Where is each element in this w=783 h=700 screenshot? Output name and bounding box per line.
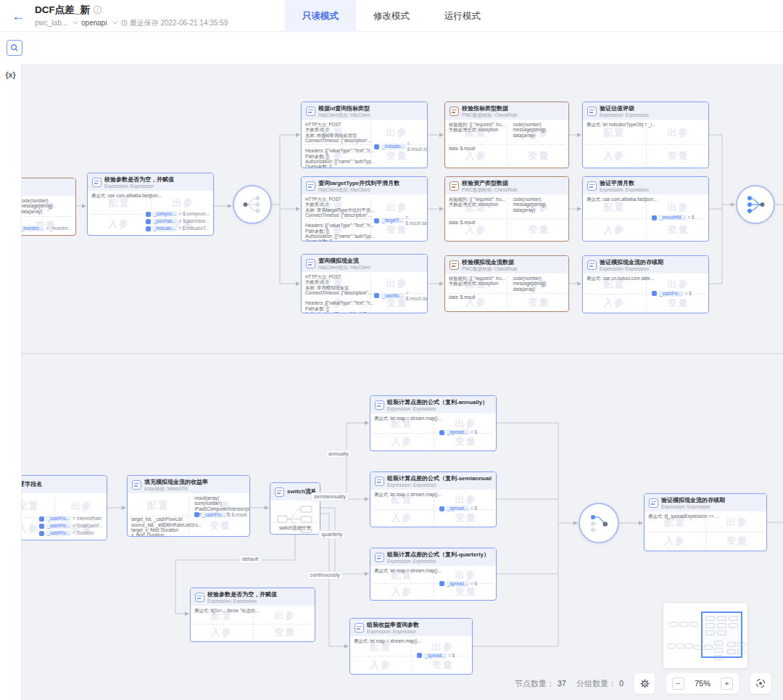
- variable-icon: [194, 512, 199, 517]
- breadcrumb: pwc_lab... openapi 最近保存 2022-06-21 14:35…: [35, 18, 228, 28]
- watermark-variable: 变量: [726, 535, 748, 548]
- tab-只读模式[interactable]: 只读模式: [285, 0, 356, 32]
- service-select[interactable]: openapi: [81, 19, 107, 27]
- watermark-input: 入参: [391, 435, 413, 448]
- info-icon: i: [94, 6, 102, 14]
- node-tlines: 表达式: use com.alibaba.fastjson...: [587, 197, 657, 202]
- node-title: 组装收益率查询参数: [367, 622, 419, 629]
- node-title: 校验资产类型数据: [462, 180, 518, 187]
- watermark-output: 出参: [274, 609, 296, 622]
- gateway-split-upper[interactable]: [233, 185, 272, 224]
- flow-node-check-investment-data[interactable]: 配置出参入参变量code(number)message(string)data(…: [22, 178, 76, 236]
- variable-chip: _smoothM...= $: [652, 215, 695, 221]
- switch-node-icon: [275, 487, 284, 497]
- minimap[interactable]: [663, 602, 748, 669]
- node-title: 校验指标类型数据: [462, 105, 518, 112]
- variables-panel-icon[interactable]: {x}: [5, 70, 15, 79]
- zoom-in-button[interactable]: +: [721, 678, 733, 690]
- flow-node-http-query-target-type[interactable]: 查询targetType并找到平滑月数httpClient类别: httpCli…: [301, 176, 428, 242]
- split-gateway-icon: [239, 191, 266, 218]
- join-one-gateway-icon: [585, 509, 613, 537]
- watermark-output: 出参: [455, 569, 476, 582]
- watermark-output: 出参: [432, 641, 454, 654]
- variable-chip: _indicato...= $.indicatorT...: [146, 226, 210, 231]
- node-title: 校验模拟现金流数据: [462, 259, 518, 266]
- minimap-node: [668, 643, 676, 648]
- flow-node-fill-cashflow-yield[interactable]: 填充模拟现金流的收益率scipy插值: Interp1Pd 配置出参入参变量ta…: [127, 475, 250, 537]
- gateway-join-lower[interactable]: [579, 503, 619, 543]
- variable-chip: _cashFlo...= Duration: [39, 530, 94, 536]
- settings-button[interactable]: [634, 672, 655, 694]
- minimap-node: [685, 643, 693, 648]
- node-blines: data: $.result: [449, 146, 475, 151]
- output-mappings: _indicato...= $.result.data: [370, 141, 428, 152]
- flow-node-switch-branch[interactable]: switch流程分支 switch流程分支: [270, 482, 320, 535]
- minimap-node: [689, 622, 698, 627]
- expr-node-icon: [587, 107, 597, 116]
- back-button[interactable]: ←: [12, 9, 25, 22]
- variable-chip: _purchas...= $.purchase...: [146, 218, 210, 224]
- node-tlines: HTTP方法: POST失败重试: 0名称: 根据id查询指标类型Connect…: [305, 122, 375, 168]
- expr-node-icon: [375, 477, 384, 486]
- group-count: 分组数量：0: [576, 678, 624, 689]
- workspace-select[interactable]: pwc_lab...: [35, 19, 67, 27]
- search-button[interactable]: [7, 40, 22, 56]
- check-node-icon: [450, 181, 459, 191]
- flow-node-assemble-yield-query-params[interactable]: 组装收益率查询参数Expression: Expression 配置出参入参变量…: [349, 618, 473, 675]
- expr-node-icon: [375, 553, 384, 562]
- node-tlines: 表达式: if(0>=... throw "传进的...: [194, 608, 259, 613]
- variable-chip: _cashFlo...= InterestRate: [39, 516, 102, 522]
- watermark-variable: 变量: [432, 659, 454, 672]
- minimap-viewport[interactable]: [701, 612, 742, 658]
- zoom-out-button[interactable]: −: [672, 678, 684, 690]
- tab-修改模式[interactable]: 修改模式: [356, 0, 427, 32]
- flow-node-check-asset-type-data[interactable]: 校验资产类型数据PWC数据校验: CheckRule 配置出参入参变量校验规则:…: [444, 176, 569, 242]
- zoom-level: 75%: [691, 679, 714, 688]
- tab-运行模式[interactable]: 运行模式: [427, 0, 498, 32]
- flow-node-check-params-empty-lower[interactable]: 校验参数是否为空，并赋值Expression: Expression 配置出参入…: [190, 588, 315, 642]
- variable-chip: _spread...= $: [439, 506, 477, 511]
- watermark-variable: 变量: [455, 585, 476, 598]
- watermark-input: 入参: [603, 223, 625, 236]
- expr-node-icon: [649, 498, 658, 508]
- node-subtitle: httpClient类别: httpClient: [318, 265, 370, 270]
- flow-canvas[interactable]: 节点数量：37 分组数量：0: [22, 64, 783, 700]
- gateway-join-upper[interactable]: [736, 185, 775, 224]
- flow-node-assemble-spread-annually[interactable]: 组装计算点差的公式（复利-annually）Expression: Expres…: [370, 395, 497, 451]
- gear-icon: [639, 678, 650, 689]
- flow-node-http-query-indicator-type[interactable]: 根据id查询指标类型httpClient类别: httpClient 配置出参入…: [301, 102, 428, 168]
- status-bar: 节点数量：37 分组数量：0: [515, 672, 771, 694]
- flow-node-map-set-field-names[interactable]: 置字段名 配置出参入参变量Rate =..._cashFlo...= Inter…: [22, 475, 107, 540]
- node-title: 验证平滑月数: [600, 180, 649, 187]
- canvas-toolbar: [0, 32, 783, 64]
- flow-node-verify-smooth-months[interactable]: 验证平滑月数Expression: Expression 配置出参入参变量表达式…: [582, 176, 709, 242]
- http-node-icon: [306, 259, 315, 268]
- node-tlines: 表达式: let map = stream.map()...: [354, 638, 421, 643]
- edge-label-default: default: [239, 555, 262, 564]
- node-title: 校验参数是否为空，并赋值: [104, 176, 174, 184]
- flow-node-check-cashflow-data[interactable]: 校验模拟现金流数据PWC数据校验: CheckRule 配置出参入参变量校验规则…: [444, 255, 569, 312]
- flow-node-verify-valuation-rating[interactable]: 验证估值评级Expression: Expression 配置出参入参变量表达式…: [582, 102, 709, 168]
- node-subtitle: PWC数据校验: CheckRule: [462, 187, 518, 192]
- node-tlines: 表达式: let map = stream.map()...: [374, 568, 442, 573]
- flow-node-assemble-spread-semiannually[interactable]: 组装计算点差的公式（复利-semiannually）Expression: Ex…: [370, 472, 497, 527]
- watermark-input: 入参: [370, 659, 392, 672]
- fit-view-button[interactable]: [750, 672, 771, 694]
- expr-node-icon: [355, 623, 364, 633]
- flow-node-check-indicator-type-data[interactable]: 校验指标类型数据PWC数据校验: CheckRule 配置出参入参变量校验规则:…: [444, 102, 569, 168]
- watermark-output: 出参: [726, 516, 748, 529]
- output-mappings: _smoothM...= $: [648, 215, 695, 221]
- watermark-variable: 变量: [667, 297, 689, 310]
- watermark-output: 出参: [667, 278, 689, 291]
- flow-node-http-query-cashflow[interactable]: 查询模拟现金流httpClient类别: httpClient 配置出参入参变量…: [301, 254, 428, 313]
- variable-chip: _spread...= $: [439, 429, 477, 435]
- node-subtitle: PWC数据校验: CheckRule: [462, 112, 518, 118]
- output-mappings: _cashFlo...= $: [648, 291, 692, 297]
- flow-node-check-params-empty-upper[interactable]: 校验参数是否为空，并赋值Expression: Expression 配置出参入…: [87, 173, 214, 236]
- flow-node-verify-cashflow-duration-upper[interactable]: 验证模拟现金流的存续期Expression: Expression 配置出参入参…: [582, 255, 709, 313]
- flow-node-verify-cashflow-duration-lower[interactable]: 验证模拟现金流的存续期Expression: Expression 配置出参入参…: [644, 493, 767, 551]
- node-subtitle: Expression: Expression: [104, 184, 174, 189]
- node-tlines: 表达式: if(_spreadExpression == ...: [648, 514, 719, 519]
- node-tlines: 校验规则: [{ "required": tru...失败处理方式: excep…: [449, 276, 505, 287]
- flow-node-assemble-spread-quarterly[interactable]: 组装计算点差的公式（复利-quarterly）Expression: Expre…: [370, 548, 497, 601]
